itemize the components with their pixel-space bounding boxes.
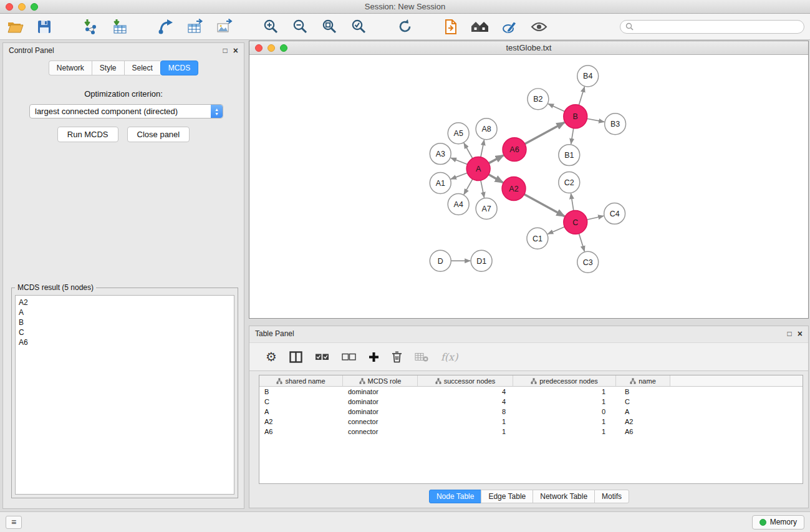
table-cell[interactable]: A2 (259, 417, 343, 427)
graph-edge-B-B3[interactable] (587, 118, 604, 122)
table-cell[interactable]: 4 (418, 397, 513, 407)
table-cell[interactable]: A6 (259, 427, 343, 437)
show-columns-icon[interactable] (289, 351, 302, 363)
graph-edge-C-C3[interactable] (579, 233, 584, 251)
table-cell[interactable]: C (616, 397, 670, 407)
table-row[interactable]: Cdominator41C (259, 397, 803, 407)
table-row[interactable]: Adominator80A (259, 407, 803, 417)
mcds-result-item[interactable]: A (19, 307, 231, 317)
table-cell[interactable]: 1 (513, 417, 616, 427)
table-cell[interactable]: B (616, 387, 670, 397)
tab-motifs[interactable]: Motifs (594, 490, 629, 503)
zoom-in-icon[interactable] (261, 17, 280, 37)
graph-edge-B-B2[interactable] (548, 104, 564, 111)
table-cell[interactable]: C (259, 397, 343, 407)
graph-edge-A6-B[interactable] (525, 122, 565, 143)
table-cell[interactable]: B (259, 387, 343, 397)
refresh-icon[interactable] (395, 17, 414, 37)
table-cell[interactable]: connector (343, 427, 418, 437)
table-cell[interactable]: 1 (513, 387, 616, 397)
delete-column-icon[interactable] (392, 351, 402, 363)
float-panel-icon[interactable]: □ (223, 47, 228, 54)
zoom-out-icon[interactable] (291, 17, 309, 37)
graph-edge-A-A6[interactable] (489, 155, 504, 163)
graph-edge-A-A2[interactable] (489, 175, 503, 183)
delete-table-icon[interactable] (415, 352, 428, 362)
network-close-icon[interactable] (255, 44, 263, 52)
annotation-pen-icon[interactable] (500, 17, 519, 37)
column-header-shared-name[interactable]: shared name (259, 375, 343, 386)
open-session-icon[interactable] (6, 17, 24, 37)
graph-edge-C-C1[interactable] (547, 227, 564, 234)
first-neighbors-icon[interactable] (441, 17, 460, 37)
table-cell[interactable]: A (259, 407, 343, 417)
graph-edge-A-A4[interactable] (464, 179, 473, 195)
export-table-icon[interactable] (186, 17, 205, 37)
network-zoom-icon[interactable] (280, 44, 287, 52)
memory-button[interactable]: Memory (752, 515, 804, 530)
close-panel-icon[interactable]: × (233, 47, 238, 54)
table-row[interactable]: Bdominator41B (259, 387, 803, 397)
tab-network[interactable]: Network (49, 60, 92, 75)
graph-edge-A-A7[interactable] (481, 180, 485, 198)
tab-edge-table[interactable]: Edge Table (481, 490, 533, 503)
tab-style[interactable]: Style (92, 60, 124, 75)
column-header-successor-nodes[interactable]: successor nodes (418, 375, 513, 386)
tab-node-table[interactable]: Node Table (429, 490, 482, 503)
table-cell[interactable]: A2 (616, 417, 670, 427)
zoom-fit-icon[interactable] (320, 17, 339, 37)
function-builder-icon[interactable]: f(x) (441, 351, 458, 363)
add-column-icon[interactable] (369, 352, 379, 362)
close-panel-button[interactable]: Close panel (127, 127, 190, 142)
tab-network-table[interactable]: Network Table (533, 490, 595, 503)
column-header-predecessor-nodes[interactable]: predecessor nodes (513, 375, 616, 386)
network-canvas[interactable]: B4B2BB3A5A8A6A3B1AC2A1A2A4A7C4CC1DD1C3 (249, 56, 808, 318)
mcds-result-item[interactable]: A6 (19, 337, 231, 347)
table-row[interactable]: A6connector11A6 (259, 427, 803, 437)
show-all-homes-icon[interactable] (471, 17, 489, 37)
column-header-name[interactable]: name (616, 375, 670, 386)
tab-select[interactable]: Select (124, 60, 160, 75)
table-cell[interactable]: dominator (343, 407, 418, 417)
network-graph[interactable]: B4B2BB3A5A8A6A3B1AC2A1A2A4A7C4CC1DD1C3 (249, 56, 808, 318)
criterion-dropdown[interactable]: largest connected component (directed) ▲… (29, 104, 223, 118)
table-cell[interactable]: dominator (343, 397, 418, 407)
mcds-result-item[interactable]: B (19, 317, 231, 327)
table-cell[interactable]: 1 (513, 427, 616, 437)
table-cell[interactable]: connector (343, 417, 418, 427)
table-cell[interactable]: 0 (513, 407, 616, 417)
table-cell[interactable]: A6 (616, 427, 670, 437)
search-box[interactable] (620, 20, 804, 34)
minimize-window-icon[interactable] (18, 3, 26, 11)
task-history-list-icon[interactable]: ≡ (6, 516, 22, 529)
table-cell[interactable]: dominator (343, 387, 418, 397)
graph-edge-A2-C[interactable] (524, 195, 565, 216)
save-session-icon[interactable] (35, 17, 54, 37)
zoom-selected-icon[interactable] (349, 17, 368, 37)
network-minimize-icon[interactable] (268, 44, 275, 52)
deselect-all-icon[interactable] (342, 353, 356, 361)
graph-edge-C-C2[interactable] (571, 193, 574, 210)
table-row[interactable]: A2connector11A2 (259, 417, 803, 427)
export-network-icon[interactable] (157, 17, 175, 37)
close-window-icon[interactable] (6, 3, 13, 11)
run-mcds-button[interactable]: Run MCDS (57, 127, 118, 142)
graph-edge-B-B4[interactable] (579, 87, 584, 105)
mcds-result-item[interactable]: C (19, 327, 231, 337)
import-network-icon[interactable] (81, 17, 100, 37)
graph-edge-C-C4[interactable] (587, 216, 604, 220)
export-image-icon[interactable] (215, 17, 234, 37)
mcds-result-list[interactable]: A2ABCA6 (15, 295, 234, 495)
table-settings-gear-icon[interactable]: ⚙ (266, 349, 277, 364)
graph-edge-A-A8[interactable] (481, 140, 485, 157)
tab-mcds[interactable]: MCDS (160, 60, 198, 75)
table-float-panel-icon[interactable]: □ (788, 330, 792, 337)
graph-edge-B-B1[interactable] (571, 128, 574, 144)
table-cell[interactable]: 1 (418, 417, 513, 427)
graph-edge-A-A1[interactable] (451, 173, 467, 179)
table-cell[interactable]: 4 (418, 387, 513, 397)
table-cell[interactable]: 1 (513, 397, 616, 407)
table-cell[interactable]: 1 (418, 427, 513, 437)
select-all-icon[interactable] (315, 353, 329, 361)
table-cell[interactable]: 8 (418, 407, 513, 417)
